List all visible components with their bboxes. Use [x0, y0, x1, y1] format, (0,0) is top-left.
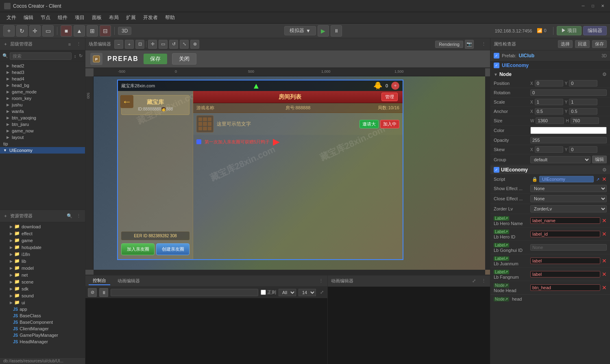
- select-button[interactable]: ▭: [42, 25, 54, 37]
- color-picker[interactable]: [530, 127, 607, 134]
- skew-y-input[interactable]: [569, 146, 597, 153]
- asset-item-model[interactable]: ▶ 📁model: [0, 264, 85, 271]
- scene-zoom-out[interactable]: −: [114, 40, 123, 49]
- scene-camera-icon[interactable]: 📷: [465, 40, 474, 49]
- hierarchy-item-uieconomy[interactable]: ▼UIEconomy: [0, 147, 85, 154]
- clear-console-button[interactable]: ⊘: [88, 288, 97, 297]
- comp2-gear-icon[interactable]: ⚙: [602, 167, 607, 173]
- canvas-area[interactable]: 藏宝库28xin.com 藏宝库28xin.com 藏宝库28xin.com 藏…: [94, 76, 490, 275]
- hierarchy-item-btn-jiaru[interactable]: ▶btn_jiaru: [0, 121, 85, 128]
- prefab-checkbox[interactable]: ✓: [494, 53, 499, 58]
- menu-component[interactable]: 组件: [54, 13, 71, 22]
- manage-btn[interactable]: 管理: [381, 93, 398, 101]
- hierarchy-search-input[interactable]: [10, 52, 72, 60]
- simulate-button[interactable]: 模拟器 ▼: [284, 26, 316, 35]
- h-scrollbar[interactable]: [94, 270, 485, 275]
- scene-move[interactable]: ✛: [148, 40, 157, 49]
- refresh-button[interactable]: ↻: [16, 25, 28, 37]
- hierarchy-item-head-bg[interactable]: ▶head_bg: [0, 82, 85, 89]
- asset-item-scene[interactable]: ▶ 📁scene: [0, 278, 85, 285]
- asset-item-hotupdate[interactable]: ▶ 📁hotupdate: [0, 244, 85, 251]
- node-head-delete-icon[interactable]: ✕: [602, 284, 607, 291]
- asset-item-baseclass[interactable]: JSBaseClass: [0, 312, 85, 319]
- invite-btn[interactable]: 邀请大: [359, 120, 379, 128]
- hierarchy-item-room-key[interactable]: ▶room_key: [0, 95, 85, 102]
- regex-checkbox[interactable]: [261, 290, 266, 295]
- log-level-select[interactable]: All: [279, 289, 296, 296]
- editor-button[interactable]: 编辑器: [583, 26, 607, 35]
- position-y-input[interactable]: [569, 80, 597, 87]
- scale-y-input[interactable]: [569, 99, 597, 105]
- asset-item-headmanager[interactable]: JSHeadManager: [0, 338, 85, 345]
- show-effect-select[interactable]: None: [530, 185, 607, 192]
- script-delete-icon[interactable]: ✕: [602, 176, 607, 182]
- asset-item-i18n[interactable]: ▶ 📁i18n: [0, 251, 85, 258]
- node-expand-icon[interactable]: ▼: [494, 72, 498, 77]
- lb-hero-id-delete-icon[interactable]: ✕: [602, 231, 607, 237]
- console-search-input[interactable]: [111, 289, 258, 296]
- rotation-input[interactable]: [530, 89, 607, 96]
- scene-zoom-fit[interactable]: ⊡: [135, 40, 144, 49]
- lb-fangnum-delete-icon[interactable]: ✕: [602, 271, 607, 277]
- anim-expand-icon[interactable]: ⤢: [471, 278, 477, 284]
- close-button[interactable]: ✕: [599, 3, 606, 9]
- create-friend-btn[interactable]: 创建亲友圈: [156, 243, 190, 255]
- size-w-input[interactable]: [536, 117, 564, 124]
- asset-add-icon[interactable]: ＋: [3, 213, 8, 219]
- hierarchy-add-icon[interactable]: ＋: [3, 41, 8, 47]
- anim-tab[interactable]: 动画编辑器: [113, 277, 144, 285]
- asset-item-gameplaymanager[interactable]: JSGamePlayManager: [0, 332, 85, 338]
- hierarchy-item-head3[interactable]: ▶head3: [0, 69, 85, 76]
- asset-item-net[interactable]: ▶ 📁net: [0, 271, 85, 278]
- asset-item-clientmanager[interactable]: JSClientManager: [0, 325, 85, 332]
- opacity-input[interactable]: [530, 137, 607, 143]
- scene-anchor[interactable]: ⊕: [190, 40, 199, 49]
- inspector-back-button[interactable]: 回退: [575, 40, 590, 48]
- script-link-icon[interactable]: ↗: [596, 177, 599, 182]
- hierarchy-menu-icon[interactable]: ⋮: [75, 41, 82, 48]
- menu-layout[interactable]: 布局: [106, 13, 122, 22]
- play-button[interactable]: ▶: [318, 25, 329, 37]
- zorder-select[interactable]: ZorderLv: [530, 205, 607, 212]
- menu-extend[interactable]: 扩展: [123, 13, 139, 22]
- hierarchy-sort-icon[interactable]: ↕: [73, 53, 77, 59]
- inspector-select-button[interactable]: 选择: [558, 40, 573, 48]
- rendering-dropdown[interactable]: Rendering: [435, 41, 463, 48]
- position-x-input[interactable]: [535, 80, 563, 87]
- scene-rect[interactable]: ▭: [159, 40, 168, 49]
- expand-console-icon[interactable]: ⤢: [318, 289, 325, 296]
- font-size-select[interactable]: 14: [298, 289, 316, 296]
- scale-x-input[interactable]: [535, 99, 563, 105]
- pause-button[interactable]: ⏸: [331, 25, 342, 37]
- hierarchy-item-wanfa[interactable]: ▶wanfa: [0, 108, 85, 115]
- game-button[interactable]: ▲: [74, 25, 85, 37]
- hierarchy-item-game-mode[interactable]: ▶game_mode: [0, 89, 85, 95]
- hierarchy-item-game-now[interactable]: ▶game_now: [0, 128, 85, 134]
- console-tab[interactable]: 控制台: [89, 277, 110, 285]
- comp2-checkbox[interactable]: ✓: [494, 167, 499, 173]
- minimize-button[interactable]: ─: [580, 3, 586, 9]
- anim-menu-icon[interactable]: ⋮: [480, 278, 487, 284]
- pause-console-button[interactable]: ⏸: [99, 288, 108, 297]
- size-h-input[interactable]: [571, 117, 599, 124]
- add-icon[interactable]: +: [391, 82, 399, 90]
- group-select[interactable]: default: [530, 156, 590, 163]
- project-button[interactable]: ▶ 项目: [557, 26, 582, 35]
- menu-file[interactable]: 文件: [3, 13, 20, 22]
- 3d-toggle-button[interactable]: 3D: [118, 27, 131, 35]
- close-effect-select[interactable]: None: [530, 195, 607, 202]
- anchor-y-input[interactable]: [569, 108, 597, 115]
- back-arrow-icon[interactable]: ←: [120, 95, 133, 108]
- menu-help[interactable]: 帮助: [162, 13, 178, 22]
- asset-menu-icon[interactable]: ⋮: [75, 213, 82, 219]
- console-menu-icon[interactable]: ⋮: [318, 278, 324, 284]
- move-button[interactable]: ✛: [29, 25, 41, 37]
- asset-item-app[interactable]: JSapp: [0, 306, 85, 312]
- maximize-button[interactable]: □: [590, 3, 596, 9]
- lb-hero-name-delete-icon[interactable]: ✕: [602, 217, 607, 224]
- join-btn[interactable]: 加入中: [380, 120, 399, 128]
- skew-x-input[interactable]: [535, 146, 563, 153]
- scene-zoom-in[interactable]: +: [125, 40, 134, 49]
- ui-button[interactable]: ⊞: [87, 25, 98, 37]
- v-scrollbar[interactable]: [485, 76, 490, 270]
